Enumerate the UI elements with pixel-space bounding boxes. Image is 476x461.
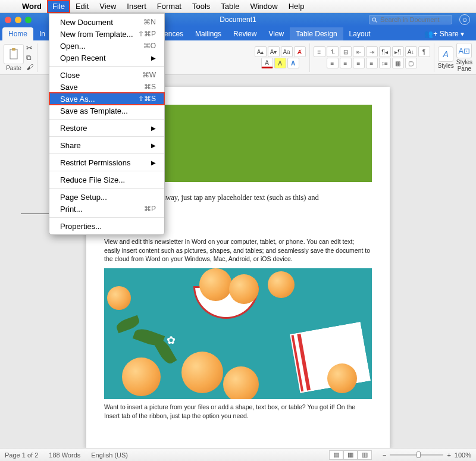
outline-view-button[interactable]: ▥ <box>358 450 372 460</box>
menu-help[interactable]: Help <box>283 0 310 13</box>
clear-formatting-button[interactable]: A̸ <box>294 46 306 57</box>
menu-word[interactable]: Word <box>17 0 47 13</box>
menu-item-close[interactable]: Close⌘W <box>49 69 164 81</box>
increase-indent-button[interactable]: ⇥ <box>366 46 378 57</box>
menu-item-reduce-file-size[interactable]: Reduce File Size... <box>49 174 164 186</box>
styles-pane-icon[interactable]: A⊡ <box>456 43 472 58</box>
word-count[interactable]: 188 Words <box>49 451 80 459</box>
menu-item-save-as-template[interactable]: Save as Template... <box>49 105 164 117</box>
svg-rect-2 <box>10 49 17 59</box>
search-input[interactable] <box>369 15 452 24</box>
content-image[interactable]: ✿ <box>104 268 372 399</box>
menu-window[interactable]: Window <box>245 0 283 13</box>
styles-pane-group: A⊡ Styles Pane <box>456 43 472 72</box>
file-dropdown: New Document⌘NNew from Template...⇧⌘POpe… <box>49 13 165 235</box>
menu-table[interactable]: Table <box>215 0 245 13</box>
bullets-button[interactable]: ≡ <box>314 46 325 57</box>
menu-edit[interactable]: Edit <box>70 0 94 13</box>
tab-home[interactable]: Home <box>2 27 33 40</box>
styles-icon[interactable]: A <box>438 46 453 62</box>
language-indicator[interactable]: English (US) <box>91 451 128 459</box>
search-box[interactable] <box>369 15 452 24</box>
web-layout-view-button[interactable]: ▦ <box>343 450 358 460</box>
justify-button[interactable]: ≡ <box>366 58 378 68</box>
shading-button[interactable]: ▦ <box>392 58 404 68</box>
body-paragraph-2[interactable]: Want to insert a picture from your files… <box>104 403 372 420</box>
font-size-up-button[interactable]: A▴ <box>255 46 267 57</box>
align-right-button[interactable]: ≡ <box>353 58 365 68</box>
copy-icon[interactable]: ⧉ <box>26 54 33 62</box>
menu-item-share[interactable]: Share▶ <box>49 139 164 151</box>
styles-group: A Styles <box>438 46 454 69</box>
change-case-button[interactable]: Aa <box>281 46 293 57</box>
tab-table-design[interactable]: Table Design <box>290 27 343 40</box>
menu-format[interactable]: Format <box>152 0 187 13</box>
show-marks-button[interactable]: ¶ <box>418 46 430 57</box>
multilevel-list-button[interactable]: ⊟ <box>340 46 352 57</box>
paste-group: Paste <box>4 44 24 71</box>
borders-button[interactable]: ▢ <box>405 58 417 68</box>
menu-file[interactable]: File <box>47 0 70 13</box>
zoom-slider[interactable] <box>390 454 443 456</box>
highlight-button[interactable]: A <box>274 58 286 68</box>
zoom-out-button[interactable]: − <box>383 451 386 459</box>
align-center-button[interactable]: ≡ <box>340 58 352 68</box>
body-paragraph-1[interactable]: View and edit this newsletter in Word on… <box>104 237 372 264</box>
view-buttons: ▤ ▦ ▥ <box>329 450 372 460</box>
menu-tools[interactable]: Tools <box>187 0 215 13</box>
print-layout-view-button[interactable]: ▤ <box>329 450 343 460</box>
svg-line-1 <box>375 20 377 22</box>
sort-button[interactable]: A↓ <box>405 46 417 57</box>
zoom-control: − + 100% <box>383 451 471 459</box>
menu-item-open-recent[interactable]: Open Recent▶ <box>49 52 164 64</box>
align-left-button[interactable]: ≡ <box>327 58 339 68</box>
menu-item-print[interactable]: Print...⌘P <box>49 203 164 215</box>
numbering-button[interactable]: ⒈ <box>327 46 339 57</box>
paste-icon[interactable] <box>4 44 24 64</box>
menu-view[interactable]: View <box>94 0 121 13</box>
text-effects-button[interactable]: A <box>287 58 299 68</box>
menu-item-properties[interactable]: Properties... <box>49 220 164 232</box>
tab-review[interactable]: Review <box>227 27 262 40</box>
status-bar: Page 1 of 2 188 Words English (US) ▤ ▦ ▥… <box>0 448 476 461</box>
tab-layout[interactable]: Layout <box>343 27 377 40</box>
menu-insert[interactable]: Insert <box>121 0 152 13</box>
font-size-down-button[interactable]: A▾ <box>268 46 280 57</box>
decrease-indent-button[interactable]: ⇤ <box>353 46 365 57</box>
share-button[interactable]: 👥+ Share ▾ <box>419 27 469 40</box>
menu-item-save[interactable]: Save⌘S <box>49 81 164 93</box>
menu-item-new-from-template[interactable]: New from Template...⇧⌘P <box>49 28 164 40</box>
format-painter-icon[interactable]: 🖌 <box>26 63 33 71</box>
tab-view[interactable]: View <box>262 27 290 40</box>
menu-item-restore[interactable]: Restore▶ <box>49 122 164 134</box>
tab-mailings[interactable]: Mailings <box>189 27 227 40</box>
styles-label: Styles <box>438 62 454 69</box>
rtl-button[interactable]: ▸¶ <box>392 46 404 57</box>
menu-item-save-as[interactable]: Save As...⇧⌘S <box>49 93 164 105</box>
zoom-in-button[interactable]: + <box>447 451 450 459</box>
zoom-level[interactable]: 100% <box>455 451 471 459</box>
page-indicator[interactable]: Page 1 of 2 <box>5 451 38 459</box>
menu-item-open[interactable]: Open...⌘O <box>49 40 164 52</box>
font-color-button[interactable]: A <box>261 58 273 68</box>
user-avatar-icon[interactable]: ☺ <box>459 14 470 25</box>
styles-pane-label: Styles Pane <box>456 59 472 72</box>
menu-item-new-document[interactable]: New Document⌘N <box>49 16 164 28</box>
search-icon <box>371 17 378 23</box>
ltr-button[interactable]: ¶◂ <box>379 46 391 57</box>
svg-point-0 <box>372 18 376 21</box>
line-spacing-button[interactable]: ↕≡ <box>379 58 391 68</box>
menu-item-restrict-permissions[interactable]: Restrict Permissions▶ <box>49 156 164 168</box>
cut-icon[interactable]: ✂ <box>26 43 33 52</box>
mac-menubar: Word File Edit View Insert Format Tools … <box>0 0 476 13</box>
menu-item-page-setup[interactable]: Page Setup... <box>49 191 164 203</box>
svg-rect-3 <box>12 48 15 51</box>
paste-label: Paste <box>6 65 21 71</box>
